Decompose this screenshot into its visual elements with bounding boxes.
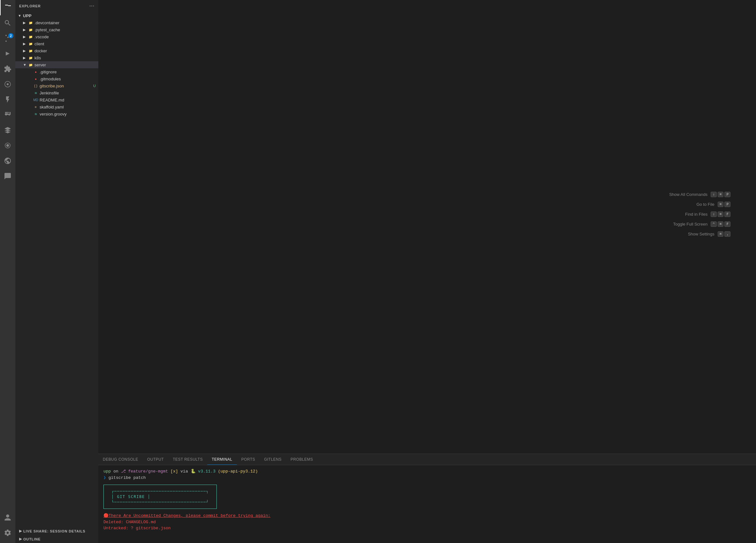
folder-icon: 📁 <box>28 62 33 67</box>
source-control-icon[interactable]: 2 <box>0 31 15 46</box>
terminal-arrow: ❯ <box>103 475 106 480</box>
sidebar-title: EXPLORER <box>19 4 41 8</box>
hint-find-in-files: Find in Files ⇧ ⌘ F <box>685 212 730 217</box>
folder-icon: 📁 <box>28 41 33 46</box>
terminal-error-line: 🔴There Are Uncommitted Changes, please c… <box>103 513 751 519</box>
terminal-deleted-line: Deleted: CHANGELOG.md <box>103 519 751 525</box>
tree-item-version-groovy[interactable]: ▶ ≋ version.groovy <box>15 110 98 117</box>
tree-label-server: server <box>34 63 98 67</box>
tree-label-pytest-cache: .pytest_cache <box>34 27 98 32</box>
account-icon[interactable] <box>0 510 15 525</box>
kbd-group-fullscreen: ^ ⌘ F <box>711 222 730 227</box>
tree-label-client: client <box>34 42 98 46</box>
folder-icon: 📁 <box>28 27 33 32</box>
terminal-python-icon: 🐍 <box>191 469 196 474</box>
hint-label-find-in-files: Find in Files <box>685 212 707 217</box>
tree-item-pytest-cache[interactable]: ▶ 📁 .pytest_cache <box>15 26 98 33</box>
terminal-git-status: [x] <box>170 469 178 474</box>
hint-label-toggle-fullscreen: Toggle Full Screen <box>673 222 707 227</box>
sidebar: EXPLORER ··· ▼ UPP ▶ 📁 .devcontainer ▶ 📁… <box>15 0 98 543</box>
tree-item-client[interactable]: ▶ 📁 client <box>15 40 98 47</box>
kubernetes-icon[interactable] <box>0 123 15 138</box>
file-badge-untracked: U <box>93 84 96 88</box>
run-icon[interactable] <box>0 46 15 61</box>
tab-terminal[interactable]: TERMINAL <box>207 454 237 465</box>
outline-label: OUTLINE <box>23 537 41 541</box>
tree-item-devcontainer[interactable]: ▶ 📁 .devcontainer <box>15 19 98 26</box>
tree-label-vscode: .vscode <box>34 34 98 39</box>
tree-label-readme: README.md <box>40 98 98 102</box>
tab-test-results[interactable]: TEST RESULTS <box>168 454 207 465</box>
tree-item-server[interactable]: ▼ 📁 server <box>15 61 98 68</box>
folder-icon: 📁 <box>28 55 33 60</box>
tree-item-docker[interactable]: ▶ 📁 docker <box>15 47 98 54</box>
folder-icon: 📁 <box>28 20 33 25</box>
chevron-right-icon: ▶ <box>23 42 28 46</box>
docker-icon[interactable] <box>0 107 15 123</box>
kbd-group-settings: ⌘ , <box>718 231 730 237</box>
terminal-git-icon: ⎇ <box>121 469 128 474</box>
tab-problems[interactable]: PROBLEMS <box>286 454 318 465</box>
root-folder-label: UPP <box>23 13 98 18</box>
editor-area: Show All Commands ⇧ ⌘ P Go to File ⌘ P F… <box>98 0 756 454</box>
kbd-f: F <box>724 222 730 227</box>
tree-item-readme[interactable]: ▶ MD README.md <box>15 96 98 103</box>
terminal-content[interactable]: upp on ⎇ feature/gne-mgmt [x] via 🐍 v3.1… <box>98 465 756 543</box>
activity-bar: 2 <box>0 0 15 543</box>
folder-icon: 📁 <box>28 48 33 53</box>
kbd-cmd: ⌘ <box>718 192 724 197</box>
live-share-label: LIVE SHARE: SESSION DETAILS <box>23 529 86 533</box>
terminal-username: upp <box>103 469 111 474</box>
tab-debug-console[interactable]: DEBUG CONSOLE <box>98 454 143 465</box>
file-icon: ≋ <box>33 111 38 117</box>
tree-item-gitmodules[interactable]: ▶ ● .gitmodules <box>15 75 98 82</box>
search-icon[interactable] <box>0 15 15 31</box>
chevron-right-icon: ▶ <box>23 56 28 60</box>
settings-icon[interactable] <box>0 525 15 540</box>
svg-point-1 <box>7 83 9 85</box>
kbd-group-find: ⇧ ⌘ F <box>711 212 730 217</box>
outline-section[interactable]: ▶ OUTLINE <box>15 535 98 543</box>
extensions-icon[interactable] <box>0 61 15 77</box>
terminal-deleted-label: Deleted: CHANGELOG.md <box>103 520 156 524</box>
hint-toggle-full-screen: Toggle Full Screen ^ ⌘ F <box>673 222 730 227</box>
remote-icon[interactable] <box>0 77 15 92</box>
tree-label-jenkinsfile: Jenkinsfile <box>40 91 98 95</box>
explorer-icon[interactable] <box>0 0 15 15</box>
activity-bar-bottom <box>0 510 15 543</box>
terminal-untracked-line: Untracked: ? gitscribe.json <box>103 525 751 532</box>
testing-icon[interactable] <box>0 92 15 107</box>
terminal-error-text: 🔴There Are Uncommitted Changes, please c… <box>103 513 270 518</box>
tree-label-k8s: k8s <box>34 56 98 60</box>
tree-item-jenkinsfile[interactable]: ▶ ≋ Jenkinsfile <box>15 89 98 96</box>
tab-gitlens[interactable]: GITLENS <box>260 454 286 465</box>
sidebar-header: EXPLORER ··· <box>15 0 98 12</box>
chevron-right-icon: ▶ <box>19 537 22 541</box>
tab-output[interactable]: OUTPUT <box>143 454 168 465</box>
kbd-cmd: ⌘ <box>718 222 724 227</box>
file-icon: { } <box>33 83 38 88</box>
file-icon: ≡ <box>33 104 38 109</box>
source-control-badge: 2 <box>8 33 13 38</box>
terminal-python-version: v3.11.3 <box>198 469 215 474</box>
tree-item-skaffold-yaml[interactable]: ▶ ≡ skaffold.yaml <box>15 103 98 110</box>
terminal-branch: feature/gne-mgmt <box>128 469 168 474</box>
tree-item-gitscribe-json[interactable]: ▶ { } gitscribe.json U <box>15 82 98 89</box>
tree-item-k8s[interactable]: ▶ 📁 k8s <box>15 54 98 61</box>
kbd-group-show-all: ⇧ ⌘ P <box>711 192 730 197</box>
gitlens-gutter-icon[interactable] <box>0 138 15 153</box>
file-tree: ▼ UPP ▶ 📁 .devcontainer ▶ 📁 .pytest_cach… <box>15 12 98 527</box>
tree-item-gitignore[interactable]: ▶ ● .gitignore <box>15 68 98 75</box>
terminal-via: via <box>180 469 190 474</box>
browser-preview-icon[interactable] <box>0 153 15 169</box>
chat-icon[interactable] <box>0 169 15 184</box>
tree-item-vscode[interactable]: ▶ 📁 .vscode <box>15 33 98 40</box>
file-icon: ● <box>33 69 38 74</box>
kbd-f: F <box>724 212 730 217</box>
chevron-right-icon: ▶ <box>19 529 22 533</box>
tree-label-skaffold-yaml: skaffold.yaml <box>40 105 98 109</box>
tree-root-upp[interactable]: ▼ UPP <box>15 12 98 19</box>
live-share-section[interactable]: ▶ LIVE SHARE: SESSION DETAILS <box>15 527 98 535</box>
sidebar-more-button[interactable]: ··· <box>89 3 95 9</box>
tab-ports[interactable]: PORTS <box>237 454 260 465</box>
